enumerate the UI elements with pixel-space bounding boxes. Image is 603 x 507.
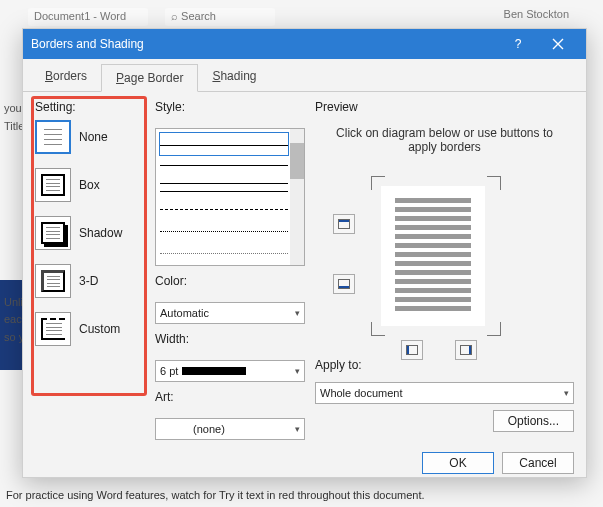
tab-shading[interactable]: Shading [198,63,270,91]
setting-shadow[interactable]: Shadow [35,216,145,250]
width-swatch [182,367,246,375]
preview-label: Preview [315,100,574,114]
chevron-down-icon: ▾ [295,308,300,318]
setting-shadow-label: Shadow [79,226,122,240]
corner-marker [487,322,501,336]
close-button[interactable] [538,29,578,59]
help-icon: ? [515,37,522,51]
setting-column: Setting: None Box [35,100,145,440]
options-button[interactable]: Options... [493,410,574,432]
setting-custom[interactable]: Custom [35,312,145,346]
chevron-down-icon: ▾ [295,424,300,434]
setting-3d-label: 3-D [79,274,98,288]
setting-shadow-swatch [35,216,71,250]
preview-diagram[interactable] [315,164,574,354]
setting-box[interactable]: Box [35,168,145,202]
chevron-down-icon: ▾ [564,388,569,398]
setting-none-swatch [35,120,71,154]
tab-borders[interactable]: Borders [31,63,101,91]
dialog-titlebar: Borders and Shading ? [23,29,586,59]
border-left-button[interactable] [401,340,423,360]
style-scrollbar[interactable] [290,129,304,265]
width-label: Width: [155,332,305,346]
chevron-down-icon: ▾ [295,366,300,376]
color-dropdown[interactable]: Automatic ▾ [155,302,305,324]
setting-box-label: Box [79,178,100,192]
width-value: 6 pt [160,365,178,377]
setting-label: Setting: [35,100,145,114]
setting-custom-label: Custom [79,322,120,336]
setting-3d-swatch [35,264,71,298]
border-right-button[interactable] [455,340,477,360]
tab-page-border[interactable]: Page Border [101,64,198,92]
app-search-box: ⌕ Search [165,8,275,26]
setting-none[interactable]: None [35,120,145,154]
art-value: (none) [193,423,225,435]
art-label: Art: [155,390,305,404]
color-label: Color: [155,274,305,288]
width-dropdown[interactable]: 6 pt ▾ [155,360,305,382]
apply-to-value: Whole document [320,387,403,399]
close-icon [552,38,564,50]
color-value: Automatic [160,307,209,319]
style-column: Style: Color: Automatic ▾ Width: 6 pt ▾ [155,100,305,440]
setting-none-label: None [79,130,108,144]
border-bottom-button[interactable] [333,274,355,294]
dialog-tabs: Borders Page Border Shading [23,59,586,92]
corner-marker [487,176,501,190]
bottom-text-fragment: For practice using Word features, watch … [6,489,597,501]
apply-to-label: Apply to: [315,358,574,372]
borders-shading-dialog: Borders and Shading ? Borders Page Borde… [22,28,587,478]
style-listbox[interactable] [155,128,305,266]
ok-button[interactable]: OK [422,452,494,474]
help-button[interactable]: ? [498,29,538,59]
setting-3d[interactable]: 3-D [35,264,145,298]
border-top-button[interactable] [333,214,355,234]
dialog-footer: OK Cancel [23,446,586,484]
cancel-button[interactable]: Cancel [502,452,574,474]
apply-to-dropdown[interactable]: Whole document ▾ [315,382,574,404]
app-user-name: Ben Stockton [504,8,569,20]
app-document-title: Document1 - Word [28,8,148,26]
art-dropdown[interactable]: (none) ▾ [155,418,305,440]
setting-box-swatch [35,168,71,202]
preview-help-text: Click on diagram below or use buttons to… [315,120,574,164]
style-label: Style: [155,100,305,114]
preview-column: Preview Click on diagram below or use bu… [315,100,574,440]
dialog-title: Borders and Shading [31,37,498,51]
setting-custom-swatch [35,312,71,346]
preview-page [381,186,485,326]
